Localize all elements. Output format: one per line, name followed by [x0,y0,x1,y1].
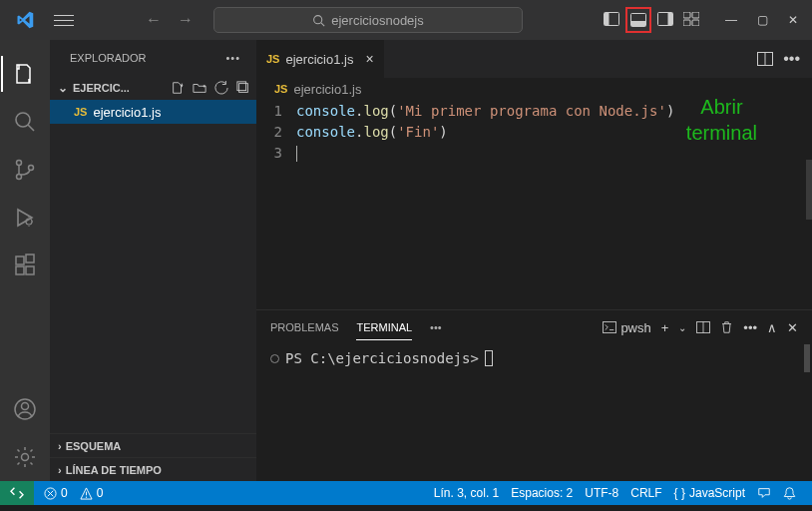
line-gutter: 1 2 3 [256,100,296,309]
command-center[interactable]: ejerciciosnodejs [213,7,523,33]
layout-customize-icon[interactable] [679,7,703,31]
kill-terminal-icon[interactable] [720,320,733,334]
sidebar-title: EXPLORADOR [70,52,146,64]
svg-rect-5 [631,21,645,26]
activity-bar [0,40,50,481]
svg-rect-11 [692,20,699,26]
js-file-icon: JS [266,53,279,65]
editor-tabs: JS ejercicio1.js × ••• [256,40,812,78]
refresh-icon[interactable] [214,81,228,95]
js-file-icon: JS [274,83,287,95]
sidebar-explorer: EXPLORADOR ••• ⌄ EJERCIC... JS ejercicio… [50,40,256,481]
chevron-right-icon: › [58,440,62,452]
nav-back-icon[interactable]: ← [146,11,162,29]
panel-tabs-more-icon[interactable]: ••• [430,321,442,333]
js-file-icon: JS [74,106,87,118]
split-terminal-icon[interactable] [696,321,710,333]
explorer-icon[interactable] [1,50,49,98]
new-file-icon[interactable] [171,81,185,95]
terminal-dropdown-icon[interactable]: ⌄ [678,322,686,333]
timeline-section[interactable]: › LÍNEA DE TIEMPO [50,457,256,481]
tab-label: ejercicio1.js [285,52,353,67]
remote-indicator[interactable] [0,481,34,505]
status-encoding[interactable]: UTF-8 [585,486,618,500]
file-item[interactable]: JS ejercicio1.js [50,100,256,124]
outline-section[interactable]: › ESQUEMA [50,433,256,457]
svg-rect-7 [668,13,673,25]
svg-point-15 [17,175,22,180]
editor-area: JS ejercicio1.js × ••• JS ejercicio1.js … [256,40,812,481]
terminal-scrollbar[interactable] [804,344,810,372]
folder-header[interactable]: ⌄ EJERCIC... [50,76,256,100]
status-spaces[interactable]: Espacios: 2 [511,486,573,500]
nav-forward-icon[interactable]: → [178,11,194,29]
svg-line-13 [28,125,34,131]
panel-tab-terminal[interactable]: TERMINAL [356,315,412,340]
search-icon [312,14,325,27]
layout-panel-bottom-icon[interactable] [625,7,651,33]
svg-rect-10 [683,20,690,26]
extensions-icon[interactable] [1,242,49,289]
svg-point-34 [86,496,87,497]
minimap[interactable] [806,160,812,220]
panel-maximize-icon[interactable]: ∧ [767,320,777,335]
svg-point-16 [29,166,34,171]
status-notifications-icon[interactable] [783,486,796,500]
svg-rect-21 [26,255,34,262]
svg-rect-18 [16,256,24,264]
run-debug-icon[interactable] [1,194,49,242]
search-activity-icon[interactable] [1,98,49,146]
terminal-prompt: PS C:\ejerciciosnodejs> [285,350,479,366]
svg-point-23 [22,403,29,410]
minimize-button[interactable]: — [725,13,737,27]
menu-button[interactable] [54,11,74,30]
svg-point-12 [16,113,30,127]
editor-more-icon[interactable]: ••• [783,50,800,68]
svg-line-1 [321,22,324,25]
sidebar-more-icon[interactable]: ••• [225,52,240,64]
maximize-button[interactable]: ▢ [757,13,768,27]
terminal[interactable]: PS C:\ejerciciosnodejs> [256,344,812,481]
layout-sidebar-right-icon[interactable] [653,7,677,31]
chevron-right-icon: › [58,464,62,476]
new-folder-icon[interactable] [193,81,206,95]
code-content: console.log('Mi primer programa con Node… [296,100,674,309]
svg-point-0 [314,15,322,23]
status-errors[interactable]: 0 [44,486,68,500]
status-eol[interactable]: CRLF [630,486,661,500]
new-terminal-icon[interactable]: + [661,320,669,335]
status-bar: 0 0 Lín. 3, col. 1 Espacios: 2 UTF-8 CRL… [0,481,812,505]
svg-rect-19 [16,266,24,274]
svg-rect-9 [692,12,699,18]
chevron-down-icon: ⌄ [58,81,68,95]
close-button[interactable]: ✕ [788,13,798,27]
source-control-icon[interactable] [1,146,49,194]
split-editor-icon[interactable] [757,52,773,66]
svg-rect-29 [604,321,616,332]
svg-point-24 [22,454,29,461]
layout-sidebar-left-icon[interactable] [600,7,623,31]
svg-point-14 [17,161,22,166]
status-line-col[interactable]: Lín. 3, col. 1 [434,486,499,500]
tab-close-icon[interactable]: × [365,51,373,67]
svg-rect-20 [26,266,34,274]
titlebar: ← → ejerciciosnodejs — ▢ ✕ [0,0,812,40]
status-feedback-icon[interactable] [757,486,771,500]
settings-gear-icon[interactable] [1,433,49,481]
breadcrumb[interactable]: JS ejercicio1.js [256,78,812,100]
folder-name: EJERCIC... [73,82,169,94]
terminal-shell-selector[interactable]: pwsh [603,320,650,335]
code-editor[interactable]: 1 2 3 console.log('Mi primer programa co… [256,100,812,309]
status-warnings[interactable]: 0 [80,486,104,500]
svg-rect-8 [683,12,690,18]
panel-tab-problems[interactable]: PROBLEMAS [270,315,338,339]
file-label: ejercicio1.js [93,105,161,120]
status-language[interactable]: { }JavaScript [674,486,745,500]
collapse-all-icon[interactable] [236,81,250,95]
accounts-icon[interactable] [1,385,49,433]
panel-more-icon[interactable]: ••• [743,320,757,335]
vscode-logo-icon [16,11,34,29]
panel: PROBLEMAS TERMINAL ••• pwsh + ⌄ ••• ∧ ✕ [256,309,812,481]
panel-close-icon[interactable]: ✕ [787,320,798,335]
editor-tab[interactable]: JS ejercicio1.js × [256,40,385,78]
